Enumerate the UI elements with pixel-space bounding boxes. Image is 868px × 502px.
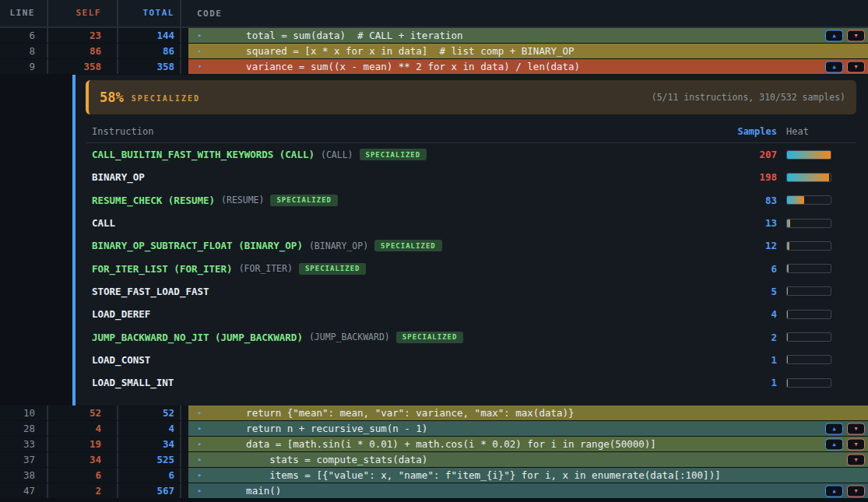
code-text: total = sum(data) # CALL + iteration — [223, 30, 463, 41]
total-samples: 6 — [118, 468, 181, 483]
code-row[interactable]: 331934▸ data = [math.sin(i * 0.01) + mat… — [0, 437, 868, 452]
sample-count: 6 — [715, 263, 777, 275]
jump-down-button[interactable]: ▼ — [847, 438, 865, 450]
code-cell[interactable]: ▸ return {"mean": mean, "var": variance,… — [188, 405, 868, 420]
jump-down-button[interactable]: ▼ — [847, 454, 865, 465]
expand-toggle-icon[interactable]: ▸ — [198, 441, 206, 448]
column-header-self: SELF — [48, 0, 118, 26]
code-cell[interactable]: ▸ items = [{"value": x, "name": f"item_{… — [188, 468, 868, 483]
code-cell[interactable]: ▸ return n + recursive_sum(n - 1)▲▼ — [188, 421, 868, 436]
code-row[interactable]: 3734525▸ stats = compute_stats(data)▼ — [0, 452, 868, 468]
jump-down-button[interactable]: ▼ — [847, 61, 865, 72]
line-number: 6 — [0, 28, 48, 43]
code-row[interactable]: 88686▸ squared = [x * x for x in data] #… — [0, 44, 868, 59]
total-samples: 4 — [118, 421, 181, 436]
instruction-name-group: JUMP_BACKWARD_NO_JIT (JUMP_BACKWARD)(JUM… — [92, 332, 715, 343]
heat-bar — [786, 241, 831, 251]
heat-bar-fill — [787, 196, 804, 204]
code-cell[interactable]: ▸ stats = compute_stats(data)▼ — [188, 452, 868, 467]
self-samples: 34 — [48, 452, 118, 467]
heat-cell — [777, 195, 856, 205]
total-samples: 34 — [118, 437, 181, 451]
sample-count: 13 — [715, 217, 777, 229]
heat-bar-fill — [787, 356, 788, 363]
code-row[interactable]: 2844▸ return n + recursive_sum(n - 1)▲▼ — [0, 421, 868, 437]
code-cell[interactable]: ▸ data = [math.sin(i * 0.01) + math.cos(… — [188, 437, 868, 451]
instruction-row: BINARY_OP198 — [86, 166, 856, 188]
jump-down-button[interactable]: ▼ — [847, 30, 865, 41]
base-opcode: (FOR_ITER) — [239, 263, 293, 274]
row-nav-buttons: ▲▼ — [825, 61, 865, 72]
jump-up-button[interactable]: ▲ — [825, 485, 843, 497]
expand-toggle-icon[interactable]: ▸ — [198, 487, 206, 494]
jump-up-button[interactable]: ▲ — [825, 30, 843, 41]
code-text: return {"mean": mean, "var": variance, "… — [223, 407, 575, 419]
instruction-name-group: LOAD_CONST — [92, 354, 715, 366]
instruction-name: STORE_FAST_LOAD_FAST — [92, 286, 209, 297]
instruction-name-group: LOAD_DEREF — [92, 308, 715, 320]
jump-down-button[interactable]: ▼ — [847, 423, 865, 434]
instruction-name: LOAD_DEREF — [92, 308, 150, 320]
samples-column-header: Samples — [715, 126, 777, 137]
expand-toggle-icon[interactable]: ▸ — [198, 32, 206, 39]
sample-count: 207 — [715, 149, 777, 160]
jump-up-button[interactable]: ▲ — [825, 423, 843, 434]
instruction-name-group: CALL_BUILTIN_FAST_WITH_KEYWORDS (CALL)(C… — [92, 149, 715, 160]
column-header-line: LINE — [0, 0, 48, 26]
heat-bar-fill — [787, 287, 788, 295]
code-row[interactable]: 623144▸ total = sum(data) # CALL + itera… — [0, 28, 868, 44]
instruction-row: BINARY_OP_SUBTRACT_FLOAT (BINARY_OP)(BIN… — [86, 234, 856, 257]
jump-up-button[interactable]: ▲ — [825, 438, 843, 450]
expand-toggle-icon[interactable]: ▸ — [198, 456, 206, 463]
jump-down-button[interactable]: ▼ — [847, 485, 865, 497]
instruction-rows: CALL_BUILTIN_FAST_WITH_KEYWORDS (CALL)(C… — [86, 143, 856, 394]
code-cell[interactable]: ▸ main()▲▼ — [188, 483, 868, 498]
instruction-name: RESUME_CHECK (RESUME) — [92, 195, 215, 206]
code-cell[interactable]: ▸ total = sum(data) # CALL + iteration▲▼ — [188, 28, 868, 43]
code-cell[interactable]: ▾ variance = sum((x - mean) ** 2 for x i… — [188, 59, 868, 74]
row-nav-buttons: ▼ — [847, 454, 865, 465]
jump-up-button[interactable]: ▲ — [825, 61, 843, 72]
total-samples: 52 — [118, 405, 181, 420]
collapse-toggle-icon[interactable]: ▾ — [198, 63, 206, 70]
heat-column-header: Heat — [777, 126, 856, 137]
code-cell[interactable]: ▸ squared = [x * x for x in data] # list… — [188, 44, 868, 58]
heat-bar — [786, 355, 831, 364]
instruction-name: BINARY_OP — [92, 171, 145, 183]
column-header-total: TOTAL — [118, 0, 181, 26]
instruction-row: FOR_ITER_LIST (FOR_ITER)(FOR_ITER)SPECIA… — [86, 257, 856, 279]
code-row[interactable]: 472567▸ main()▲▼ — [0, 483, 868, 499]
specialized-badge: SPECIALIZED — [374, 240, 442, 251]
instruction-row: LOAD_SMALL_INT1 — [86, 371, 856, 394]
code-text: squared = [x * x for x in data] # list c… — [223, 45, 575, 57]
instruction-name-group: LOAD_SMALL_INT — [92, 377, 715, 388]
code-text: variance = sum((x - mean) ** 2 for x in … — [223, 61, 580, 72]
total-samples: 567 — [118, 483, 181, 498]
code-row[interactable]: 9358358▾ variance = sum((x - mean) ** 2 … — [0, 59, 868, 75]
sample-count: 198 — [715, 171, 777, 183]
total-samples: 86 — [118, 44, 181, 58]
self-samples: 23 — [48, 28, 118, 43]
heat-bar-fill — [787, 333, 788, 341]
row-nav-buttons: ▲▼ — [825, 438, 865, 450]
code-text: stats = compute_stats(data) — [223, 454, 427, 465]
expand-toggle-icon[interactable]: ▸ — [198, 47, 206, 54]
code-rows-top: 623144▸ total = sum(data) # CALL + itera… — [0, 28, 868, 75]
specialized-label: SPECIALIZED — [132, 94, 200, 103]
instruction-name: LOAD_SMALL_INT — [92, 377, 174, 388]
heat-cell — [777, 150, 856, 160]
total-samples: 144 — [118, 28, 181, 43]
self-samples: 358 — [48, 59, 118, 74]
instruction-row: STORE_FAST_LOAD_FAST5 — [86, 280, 856, 303]
column-header-code: CODE — [181, 9, 868, 19]
expand-toggle-icon[interactable]: ▸ — [198, 472, 206, 479]
code-row[interactable]: 105252▸ return {"mean": mean, "var": var… — [0, 405, 868, 421]
heat-bar-fill — [787, 242, 789, 250]
expand-toggle-icon[interactable]: ▸ — [198, 425, 206, 432]
expand-toggle-icon[interactable]: ▸ — [198, 409, 206, 416]
heat-bar — [786, 378, 831, 388]
sample-count: 2 — [715, 332, 777, 343]
code-row[interactable]: 3866▸ items = [{"value": x, "name": f"it… — [0, 468, 868, 483]
code-text: data = [math.sin(i * 0.01) + math.cos(i … — [223, 438, 656, 450]
instruction-name: JUMP_BACKWARD_NO_JIT (JUMP_BACKWARD) — [92, 332, 303, 343]
